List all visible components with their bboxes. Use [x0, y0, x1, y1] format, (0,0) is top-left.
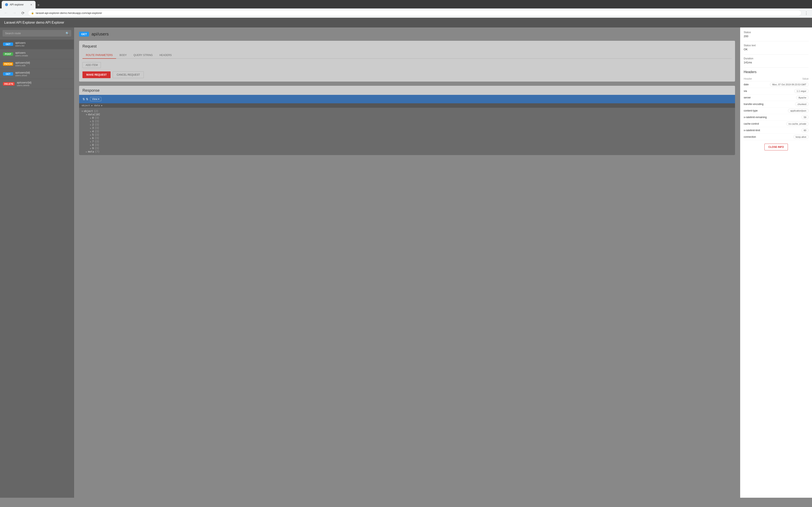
- tree-key: 7: [92, 140, 94, 143]
- search-container: 🔍: [0, 27, 74, 39]
- header-name: via: [744, 88, 768, 95]
- route-name: users.edit: [15, 64, 30, 67]
- tree-count: {3}: [95, 130, 99, 133]
- route-item[interactable]: PATCH api/users/{id} users.edit: [0, 59, 74, 69]
- new-tab-button[interactable]: +: [36, 3, 42, 8]
- tree-arrow[interactable]: ►: [90, 120, 91, 122]
- request-tab[interactable]: BODY: [116, 52, 130, 59]
- tree-count: {3}: [95, 137, 99, 139]
- tree-count: {3}: [95, 126, 99, 129]
- tree-key: 4: [92, 130, 94, 133]
- route-path: api/users/{id}: [15, 61, 30, 64]
- response-header-bar: ⇅ ⇅ View ▾: [79, 95, 735, 103]
- tree-line: ► 0 {3}: [82, 116, 732, 120]
- header-row: x-ratelimit-limit 60: [744, 127, 809, 134]
- tree-key: 1: [92, 120, 94, 123]
- tab-favicon: [5, 3, 8, 6]
- tree-arrow[interactable]: ►: [90, 137, 91, 139]
- tree-count: {7}: [95, 150, 100, 153]
- request-tab[interactable]: QUERY STRING: [130, 52, 156, 59]
- header-row: transfer-encoding chunked: [744, 101, 809, 108]
- header-value: Mon, 07 Oct 2019 09:23:53 GMT: [768, 81, 809, 88]
- tree-key: data: [88, 113, 94, 116]
- response-tree: ▼ object {2} ▼ data [10] ► 0 {3} ► 1 {3}…: [79, 108, 735, 155]
- tree-arrow[interactable]: ▼: [86, 113, 87, 116]
- collapse-all-button[interactable]: ⇅: [83, 97, 85, 101]
- header-value: keep-alive: [768, 134, 809, 140]
- tree-line: ► 5 {3}: [82, 133, 732, 136]
- tree-bracket: [10]: [94, 113, 100, 116]
- tree-count: {3}: [95, 147, 99, 150]
- tree-line: ► 9 {3}: [82, 147, 732, 150]
- tree-arrow[interactable]: ►: [90, 124, 91, 126]
- header-col-header: Header: [744, 76, 768, 81]
- route-item[interactable]: POST api/users users.create: [0, 49, 74, 59]
- endpoint-method-badge: GET: [79, 32, 89, 37]
- tree-arrow[interactable]: ►: [90, 127, 91, 129]
- forward-button[interactable]: →: [11, 10, 18, 16]
- header-row: content-type application/json: [744, 108, 809, 114]
- route-method-badge: GET: [3, 72, 13, 76]
- expand-all-button[interactable]: ⇅: [86, 97, 88, 101]
- tree-count: {2}: [94, 110, 98, 113]
- back-button[interactable]: ←: [3, 10, 9, 16]
- tree-line: ► 4 {3}: [82, 130, 732, 133]
- tree-line: ► 2 {3}: [82, 123, 732, 126]
- header-name: cache-control: [744, 121, 768, 127]
- browser-tab[interactable]: API explorer ×: [2, 1, 36, 8]
- route-item[interactable]: GET api/users/{id} users.show: [0, 69, 74, 79]
- route-item[interactable]: DELETE api/users/{id} users.delete: [0, 79, 74, 89]
- route-name: users.list: [15, 44, 26, 47]
- reload-button[interactable]: ⟳: [19, 10, 26, 16]
- request-tab[interactable]: ROUTE PARAMETERS: [83, 52, 116, 59]
- tree-arrow[interactable]: ►: [90, 130, 91, 133]
- cancel-request-button[interactable]: CANCEL REQUEST: [113, 71, 144, 78]
- route-path: api/users/{id}: [15, 71, 30, 74]
- route-item[interactable]: GET api/users users.list: [0, 39, 74, 49]
- address-bar[interactable]: 🔒 laravel-api-explorer-demo.herokuapp.co…: [28, 10, 801, 16]
- header-name: server: [744, 95, 768, 101]
- browser-menu-button[interactable]: ⋮: [803, 9, 809, 17]
- header-name: connection: [744, 134, 768, 140]
- tree-key: 2: [92, 123, 94, 126]
- tree-key: 3: [92, 126, 94, 129]
- tree-key: 6: [92, 137, 94, 139]
- tree-arrow[interactable]: ►: [90, 147, 91, 150]
- tree-arrow[interactable]: ►: [90, 134, 91, 136]
- tree-count: {3}: [95, 144, 99, 147]
- app-header: Laravel API Explorer demo API Explorer: [0, 18, 812, 27]
- lock-icon: 🔒: [31, 12, 34, 14]
- tree-arrow[interactable]: ►: [90, 144, 91, 146]
- tab-close-icon[interactable]: ×: [31, 3, 32, 6]
- tree-key: meta: [88, 150, 94, 153]
- tree-arrow[interactable]: ►: [86, 151, 87, 153]
- header-value: application/json: [768, 108, 809, 114]
- duration-label: Duration: [744, 57, 809, 60]
- status-field: Status 200: [744, 31, 809, 38]
- request-tabs: ROUTE PARAMETERSBODYQUERY STRINGHEADERS: [83, 52, 732, 59]
- search-input[interactable]: [3, 30, 71, 37]
- tree-key: object: [84, 110, 93, 113]
- headers-table: Header Value date Mon, 07 Oct 2019 09:23…: [744, 76, 809, 140]
- tree-arrow[interactable]: ►: [90, 140, 91, 143]
- route-path: api/users: [15, 51, 28, 54]
- view-dropdown[interactable]: View ▾: [90, 97, 101, 101]
- tree-arrow[interactable]: ▼: [82, 110, 83, 112]
- make-request-button[interactable]: MAKE REQUEST: [83, 71, 111, 78]
- main-content: GET api/users Request ROUTE PARAMETERSBO…: [74, 27, 740, 498]
- collapse-icons: ⇅ ⇅: [83, 97, 88, 101]
- route-path: api/users: [15, 41, 26, 44]
- request-tab[interactable]: HEADERS: [156, 52, 175, 59]
- route-info: api/users users.create: [15, 51, 28, 57]
- header-value-badge: Mon, 07 Oct 2019 09:23:53 GMT: [770, 82, 809, 87]
- action-buttons: MAKE REQUEST CANCEL REQUEST: [83, 71, 732, 78]
- tree-key: 8: [92, 144, 94, 147]
- add-item-button[interactable]: ADD ITEM: [83, 62, 101, 68]
- header-name: x-ratelimit-remaining: [744, 114, 768, 121]
- tree-arrow[interactable]: ►: [90, 117, 91, 119]
- close-info-button[interactable]: CLOSE INFO: [764, 144, 788, 151]
- duration-field: Duration 141ms: [744, 57, 809, 64]
- header-name: content-type: [744, 108, 768, 114]
- status-text-label: Status text: [744, 44, 809, 47]
- sidebar: 🔍 GET api/users users.list POST api/user…: [0, 27, 74, 498]
